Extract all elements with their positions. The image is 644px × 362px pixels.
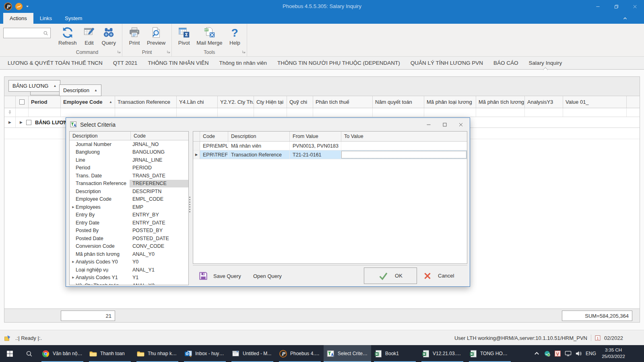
criteria-to-value[interactable] (341, 142, 467, 150)
filter-cell-y4-l-n-chi[interactable] (177, 108, 218, 117)
criteria-row-epr-empl[interactable]: EPR\EMPL_...Mã nhân viênPVN0013, PVN0183 (193, 142, 467, 150)
taskbar-search-button[interactable] (19, 345, 39, 362)
filter-cell-value-01[interactable] (563, 108, 627, 117)
network-button[interactable] (563, 350, 573, 357)
volume-button[interactable] (573, 350, 584, 357)
column-header-qu-chi[interactable]: Quỹ chi (287, 96, 313, 108)
criteria-to-value[interactable] (341, 151, 466, 158)
taskbar-item-inbox-huye[interactable]: OInbox - huye... (181, 345, 229, 362)
criteria-column-header-code[interactable]: Code (200, 132, 228, 141)
criteria-field-row-entry-date[interactable]: Entry DateENTRY_DATE (70, 219, 188, 227)
field-column-header-description[interactable]: Description (70, 132, 131, 140)
refresh-button[interactable]: Refresh (56, 25, 80, 46)
nav-tab-qtt-2021[interactable]: QTT 2021 (108, 57, 143, 70)
ribbon-collapse-button[interactable] (621, 16, 629, 21)
pivot-button[interactable]: ΣPivot (175, 25, 193, 46)
column-header-employee-code[interactable]: Employee Code▲ (61, 96, 115, 108)
criteria-column-header-from-value[interactable]: From Value (290, 132, 341, 141)
taskbar-item-v-n-b-n-n-i[interactable]: Văn bản nội ... (39, 345, 86, 362)
criteria-field-row-treference[interactable]: Transaction ReferenceTREFERENCE (70, 180, 188, 188)
panel-splitter[interactable] (188, 197, 191, 212)
dialog-launcher-icon[interactable] (242, 48, 246, 55)
criteria-field-row-entry-by[interactable]: Entry ByENTRY_BY (70, 211, 188, 219)
row-checkbox[interactable] (26, 120, 31, 125)
tray-app-button[interactable] (542, 350, 552, 357)
filter-cell-n-m-quy-t-to-n[interactable] (373, 108, 424, 117)
nav-tab-b-o-c-o[interactable]: BÁO CÁO (488, 57, 524, 70)
criteria-field-row-emp[interactable]: ▶EmployeesEMP (70, 203, 188, 211)
filter-cell-cty-hi-n-t-i[interactable] (254, 108, 287, 117)
edit-button[interactable]: Edit (80, 25, 98, 46)
nav-tab-salary-inquiry[interactable]: Salary Inquiry (524, 57, 568, 70)
print-button[interactable]: Print (126, 25, 143, 46)
column-header-y2-y2-cty-th[interactable]: Y2.Y2. Cty Th... (218, 96, 254, 108)
criteria-field-row-bangluong[interactable]: BangluongBANGLUONG (70, 148, 188, 156)
criteria-field-row-period[interactable]: PeriodPERIOD (70, 164, 188, 172)
filter-cell-analysisy3[interactable] (525, 108, 563, 117)
criteria-field-row-y0[interactable]: ▶Analysis Codes Y0Y0 (70, 258, 188, 266)
clock[interactable]: 3:35 CH 25/03/2022 (598, 347, 629, 360)
help-button[interactable]: ?Help (226, 25, 244, 46)
menu-tab-system[interactable]: System (58, 13, 89, 24)
search-input[interactable] (4, 30, 43, 36)
criteria-field-row-descriptn[interactable]: DescriptionDESCRIPTN (70, 187, 188, 195)
filter-cell-transaction-reference[interactable] (115, 108, 177, 117)
language-indicator[interactable]: ENG (584, 351, 598, 356)
field-column-header-code[interactable]: Code (131, 132, 188, 140)
filter-cell[interactable] (16, 108, 29, 117)
column-header-n-m-quy-t-to-n[interactable]: Năm quyết toán (373, 96, 424, 108)
dialog-close-button[interactable] (458, 122, 463, 127)
menu-tab-actions[interactable]: Actions (3, 13, 33, 24)
restore-button[interactable] (607, 0, 625, 13)
minimize-button[interactable] (588, 0, 607, 13)
save-query-button[interactable]: Save Query (198, 271, 241, 281)
criteria-field-row-anal-y0[interactable]: Mã phân tích lươngANAL_Y0 (70, 250, 188, 258)
expand-arrow-icon[interactable]: ▶ (70, 206, 76, 209)
nav-tab-qu-n-l-t-nh-l-ng-pvn[interactable]: QUẢN LÝ TÍNH LƯƠNG PVN (405, 57, 488, 70)
dialog-minimize-button[interactable] (426, 122, 431, 127)
criteria-field-row-posted-date[interactable]: Posted DatePOSTED_DATE (70, 234, 188, 243)
filter-cell-ph-n-t-ch-thu[interactable] (313, 108, 373, 117)
taskbar-item-thanh-toan[interactable]: Thanh toan (86, 345, 134, 362)
criteria-field-row-y1[interactable]: ▶Analysis Codes Y1Y1 (70, 274, 188, 282)
taskbar-item-select-criteria[interactable]: Select Criteria (324, 345, 371, 362)
criteria-field-row-conv-code[interactable]: Conversion CodeCONV_CODE (70, 243, 188, 251)
query-button[interactable]: Query (99, 25, 119, 46)
search-icon[interactable] (43, 31, 50, 36)
dialog-maximize-button[interactable] (442, 122, 447, 127)
ribbon-search-box[interactable] (3, 28, 51, 38)
filter-cell-employee-code[interactable] (61, 108, 115, 117)
taskbar-item-tong-hop-t[interactable]: TONG HOP T... (466, 345, 514, 362)
expand-arrow-icon[interactable]: ▶ (20, 120, 23, 124)
column-header-m-ph-n-t-ch-l-ng[interactable]: Mã phân tích lương (476, 96, 525, 108)
group-chip-description[interactable]: Description▲ (59, 84, 101, 96)
menu-tab-links[interactable]: Links (33, 13, 58, 24)
select-all-header[interactable] (16, 96, 29, 108)
start-button[interactable] (0, 345, 19, 362)
taskbar-item-thu-nhap-kh[interactable]: Thu nhap kh... (134, 345, 181, 362)
expand-arrow-icon[interactable]: ▶ (70, 260, 76, 263)
criteria-field-row-jrnal-line[interactable]: LineJRNAL_LINE (70, 156, 188, 164)
filter-cell-m-ph-n-lo-i-l-ng[interactable] (424, 108, 476, 117)
filter-cell-period[interactable] (29, 108, 61, 117)
column-header-transaction-reference[interactable]: Transaction Reference (115, 96, 177, 108)
dialog-launcher-icon[interactable] (167, 48, 170, 55)
filter-cell-y2-y2-cty-th[interactable] (218, 108, 254, 117)
mail-merge-button[interactable]: RTFMail Merge (194, 25, 225, 46)
taskbar-item-phoebus-4-5[interactable]: PPhoebus 4.5.... (276, 345, 324, 362)
column-header-period[interactable]: Period (29, 96, 61, 108)
cancel-button[interactable]: Cancel (423, 267, 454, 284)
nav-tab-l-ng-quy-t-to-n-thu-tncn[interactable]: LƯƠNG & QUYẾT TOÁN THUẾ TNCN (2, 57, 108, 70)
column-header-ph-n-t-ch-thu[interactable]: Phân tích thuế (313, 96, 373, 108)
column-header-m-ph-n-lo-i-l-ng[interactable]: Mã phân loại lương (424, 96, 476, 108)
column-header-analysisy3[interactable]: AnalysisY3 (525, 96, 563, 108)
expand-arrow-icon[interactable]: ▶ (70, 276, 76, 279)
criteria-field-row-trans-date[interactable]: Trans. DateTRANS_DATE (70, 172, 188, 180)
open-query-button[interactable]: Open Query (253, 271, 282, 281)
preview-button[interactable]: Preview (144, 25, 168, 46)
dialog-launcher-icon[interactable] (117, 48, 121, 55)
criteria-row-epr-trefe[interactable]: ▶EPR\TREFE...Transaction ReferenceT21-21… (193, 150, 467, 159)
criteria-field-row-anal-y1[interactable]: Loại nghiệp vụANAL_Y1 (70, 266, 188, 274)
tray-expand-button[interactable] (531, 350, 542, 357)
filter-pin-cell[interactable] (4, 108, 16, 117)
